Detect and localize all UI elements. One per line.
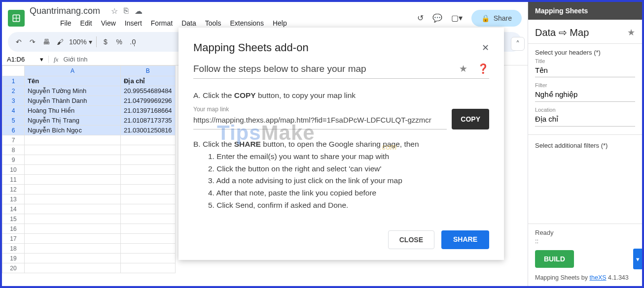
star-icon[interactable]: ★ xyxy=(627,27,635,38)
cell[interactable]: 21.04799969296 xyxy=(121,96,176,106)
cell[interactable] xyxy=(25,263,121,273)
cell[interactable]: Hoàng Thu Hiền xyxy=(25,106,121,116)
row-header[interactable]: 10 xyxy=(2,165,25,175)
cell[interactable]: 21.01087173735 xyxy=(121,116,176,126)
copy-button[interactable]: COPY xyxy=(452,109,489,129)
menu-data[interactable]: Data xyxy=(181,19,196,27)
paint-format-icon[interactable]: 🖌 xyxy=(55,38,65,46)
cell[interactable] xyxy=(121,244,176,254)
row-header[interactable]: 13 xyxy=(2,194,25,204)
filter-select[interactable]: Nghề nghiệp xyxy=(535,88,635,102)
row-header[interactable]: 2 xyxy=(2,86,25,96)
move-icon[interactable]: ⎘ xyxy=(124,6,129,16)
cell[interactable] xyxy=(25,224,121,234)
row-header[interactable]: 17 xyxy=(2,234,25,244)
menu-edit[interactable]: Edit xyxy=(80,19,92,27)
row-header[interactable]: 3 xyxy=(2,96,25,106)
modal-share-button[interactable]: SHARE xyxy=(441,230,489,249)
cell[interactable] xyxy=(121,185,176,194)
decrease-decimal-icon[interactable]: .0̩ xyxy=(128,38,138,46)
cell[interactable]: Nguyễn Bích Ngọc xyxy=(25,126,121,135)
row-header[interactable]: 8 xyxy=(2,145,25,155)
select-all-corner[interactable] xyxy=(2,66,25,76)
title-select[interactable]: Tên xyxy=(535,64,635,77)
menu-tools[interactable]: Tools xyxy=(205,19,221,27)
cell[interactable] xyxy=(121,234,176,244)
cell[interactable] xyxy=(25,244,121,254)
cell[interactable]: 20.99554689484 xyxy=(121,86,176,96)
star-icon[interactable]: ★ xyxy=(459,63,467,74)
cell[interactable] xyxy=(25,214,121,224)
cell[interactable] xyxy=(121,135,176,145)
row-header[interactable]: 19 xyxy=(2,254,25,263)
cell[interactable] xyxy=(25,234,121,244)
cell[interactable]: Tên xyxy=(25,76,121,86)
redo-icon[interactable]: ↷ xyxy=(28,38,37,46)
sheets-app-icon[interactable] xyxy=(8,10,25,27)
row-header[interactable]: 16 xyxy=(2,224,25,234)
cell[interactable] xyxy=(25,194,121,204)
cell[interactable]: Nguyễn Tường Minh xyxy=(25,86,121,96)
row-header[interactable]: 7 xyxy=(2,135,25,145)
cell[interactable] xyxy=(121,224,176,234)
cell[interactable] xyxy=(25,145,121,155)
meet-icon[interactable]: ▢▾ xyxy=(451,13,463,23)
build-button[interactable]: BUILD xyxy=(535,250,574,268)
map-link-input[interactable]: https://mapping.thexs.app/map.html?fid=1… xyxy=(193,114,447,126)
cell[interactable] xyxy=(121,175,176,185)
zoom-select[interactable]: 100% ▾ xyxy=(69,38,92,46)
cell[interactable] xyxy=(25,175,121,185)
menu-view[interactable]: View xyxy=(101,19,116,27)
thexs-link[interactable]: theXS xyxy=(590,274,607,281)
menu-help[interactable]: Help xyxy=(273,19,287,27)
cell[interactable] xyxy=(121,194,176,204)
currency-icon[interactable]: $ xyxy=(101,38,110,46)
cell[interactable] xyxy=(121,254,176,263)
name-box[interactable]: A1:D6 ▾ xyxy=(2,56,49,63)
cell[interactable]: 21.03001250816 xyxy=(121,126,176,135)
percent-icon[interactable]: % xyxy=(114,38,124,46)
col-header-a[interactable]: A xyxy=(25,66,121,76)
row-header[interactable]: 20 xyxy=(2,263,25,273)
row-header[interactable]: 15 xyxy=(2,214,25,224)
menu-file[interactable]: File xyxy=(60,19,72,27)
cell[interactable] xyxy=(25,135,121,145)
menu-insert[interactable]: Insert xyxy=(125,19,142,27)
sidebar-expand-icon[interactable]: ▾ xyxy=(633,249,642,269)
collapse-toolbar-icon[interactable]: ˄ xyxy=(511,37,525,51)
cell[interactable] xyxy=(121,155,176,165)
star-icon[interactable]: ☆ xyxy=(111,6,118,16)
help-icon[interactable]: ❓ xyxy=(477,63,489,74)
cell[interactable] xyxy=(25,254,121,263)
cell[interactable] xyxy=(25,185,121,194)
row-header[interactable]: 5 xyxy=(2,116,25,126)
cell[interactable]: Nguyễn Thị Trang xyxy=(25,116,121,126)
cell[interactable] xyxy=(121,263,176,273)
row-header[interactable]: 14 xyxy=(2,204,25,214)
menu-extensions[interactable]: Extensions xyxy=(230,19,263,27)
row-header[interactable]: 12 xyxy=(2,185,25,194)
cell[interactable] xyxy=(121,145,176,155)
location-select[interactable]: Địa chỉ xyxy=(535,113,635,127)
cell[interactable] xyxy=(25,204,121,214)
modal-close-button[interactable]: CLOSE xyxy=(388,230,434,249)
history-icon[interactable]: ↺ xyxy=(417,13,424,23)
cloud-icon[interactable]: ☁ xyxy=(135,6,143,16)
row-header[interactable]: 1 xyxy=(2,76,25,86)
close-icon[interactable]: ✕ xyxy=(482,42,489,53)
formula-bar[interactable]: Giới tính xyxy=(63,56,87,63)
row-header[interactable]: 11 xyxy=(2,175,25,185)
cell[interactable] xyxy=(25,165,121,175)
cell[interactable] xyxy=(25,155,121,165)
row-header[interactable]: 6 xyxy=(2,126,25,135)
comment-icon[interactable]: 💬 xyxy=(432,13,442,23)
cell[interactable]: 21.01397168664 xyxy=(121,106,176,116)
row-header[interactable]: 18 xyxy=(2,244,25,254)
share-button[interactable]: 🔒 Share xyxy=(471,10,522,27)
cell[interactable] xyxy=(121,214,176,224)
row-header[interactable]: 4 xyxy=(2,106,25,116)
document-title[interactable]: Quantrimang.com xyxy=(30,6,100,16)
cell[interactable]: Nguyễn Thành Danh xyxy=(25,96,121,106)
undo-icon[interactable]: ↶ xyxy=(14,38,24,46)
cell[interactable] xyxy=(121,204,176,214)
